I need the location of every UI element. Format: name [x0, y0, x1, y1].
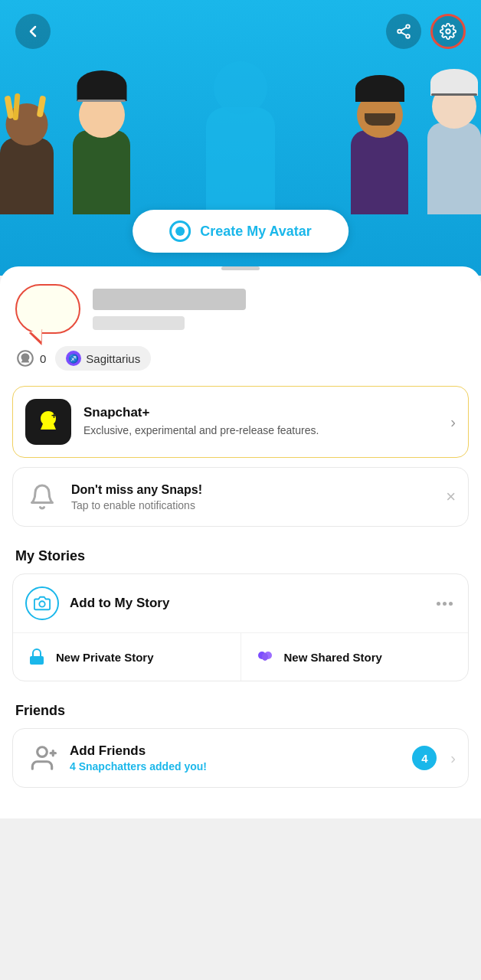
friends-header: Friends	[0, 697, 481, 728]
svg-point-2	[406, 34, 410, 38]
avatar-4	[351, 130, 408, 214]
avatar-5	[427, 122, 481, 214]
content-sheet: 0 ♐ Sagittarius + Snapchat+ Exclusive, e…	[0, 266, 481, 818]
speech-bubble	[15, 284, 80, 334]
add-friends-icon	[25, 741, 59, 775]
share-button[interactable]	[386, 14, 421, 49]
svg-line-3	[401, 28, 406, 31]
friends-card: Add Friends 4 Snapchatters added you! 4 …	[12, 728, 469, 788]
zodiac-icon: ♐	[66, 351, 81, 366]
svg-text:+: +	[51, 410, 57, 421]
snapchat-plus-title: Snapchat+	[83, 405, 438, 420]
svg-point-5	[446, 29, 450, 34]
my-stories-header: My Stories	[0, 542, 481, 573]
profile-row	[0, 284, 481, 346]
add-friends-arrow: ›	[450, 750, 456, 767]
snapchat-plus-card[interactable]: + Snapchat+ Exclusive, experimental and …	[12, 386, 469, 458]
notification-subtitle: Tap to enable notifications	[71, 499, 434, 511]
shared-story-icon	[254, 645, 276, 668]
add-friends-row[interactable]: Add Friends 4 Snapchatters added you! 4 …	[13, 729, 468, 787]
svg-rect-8	[30, 656, 44, 665]
header-background: Create My Avatar	[0, 0, 481, 276]
avatar-2	[73, 130, 130, 214]
snap-score-value: 0	[40, 352, 46, 365]
badges-row: 0 ♐ Sagittarius	[0, 346, 481, 386]
create-avatar-button[interactable]: Create My Avatar	[133, 210, 348, 253]
add-friends-title: Add Friends	[70, 743, 401, 759]
profile-username-blurred	[93, 316, 185, 330]
bell-icon	[25, 480, 59, 514]
stories-card: Add to My Story New Private Story	[12, 573, 469, 681]
notification-close-button[interactable]: ×	[446, 487, 456, 507]
camera-icon	[169, 220, 191, 242]
zodiac-badge[interactable]: ♐ Sagittarius	[55, 346, 151, 371]
avatar-3-silhouette	[206, 107, 275, 214]
notification-text: Don't miss any Snaps! Tap to enable noti…	[71, 483, 434, 511]
snapchat-plus-text: Snapchat+ Exclusive, experimental and pr…	[83, 405, 438, 439]
add-story-label: Add to My Story	[70, 596, 426, 611]
sheet-handle	[221, 266, 260, 270]
snapchat-plus-arrow: ›	[450, 413, 456, 431]
new-shared-story-label: New Shared Story	[284, 651, 382, 664]
settings-button[interactable]	[430, 14, 466, 49]
dot	[449, 602, 453, 606]
dot	[437, 602, 440, 606]
svg-line-4	[401, 32, 406, 35]
profile-avatar[interactable]	[15, 284, 80, 334]
new-shared-story-button[interactable]: New Shared Story	[241, 633, 469, 681]
more-options-button[interactable]	[437, 602, 456, 606]
notification-card: Don't miss any Snaps! Tap to enable noti…	[12, 467, 469, 527]
svg-point-11	[262, 653, 268, 661]
back-button[interactable]	[15, 14, 51, 49]
add-story-row[interactable]: Add to My Story	[13, 574, 468, 633]
add-story-camera-icon	[25, 586, 59, 620]
friends-badge-count: 4	[412, 746, 437, 770]
zodiac-label: Sagittarius	[86, 352, 140, 365]
svg-point-12	[38, 747, 47, 757]
avatar-1	[0, 138, 54, 214]
snapchat-plus-icon: +	[25, 399, 71, 445]
notification-title: Don't miss any Snaps!	[71, 483, 434, 497]
profile-info	[93, 289, 466, 330]
snap-score-badge[interactable]: 0	[15, 348, 46, 368]
create-avatar-label: Create My Avatar	[200, 224, 312, 240]
dot	[443, 602, 447, 606]
avatars-scene	[0, 42, 481, 214]
lock-icon	[25, 645, 48, 668]
new-private-story-label: New Private Story	[56, 651, 154, 664]
add-friends-subtitle: 4 Snapchatters added you!	[70, 760, 401, 773]
svg-point-0	[406, 24, 410, 28]
story-sub-row: New Private Story New Shared Story	[13, 633, 468, 681]
header-top-bar	[0, 0, 481, 63]
profile-name-blurred	[93, 289, 246, 310]
new-private-story-button[interactable]: New Private Story	[13, 633, 241, 681]
svg-point-1	[398, 30, 401, 34]
header-right-icons	[386, 14, 466, 49]
svg-point-7	[39, 601, 44, 606]
snapchat-plus-subtitle: Exclusive, experimental and pre-release …	[83, 423, 438, 439]
add-friends-text: Add Friends 4 Snapchatters added you!	[70, 743, 401, 773]
